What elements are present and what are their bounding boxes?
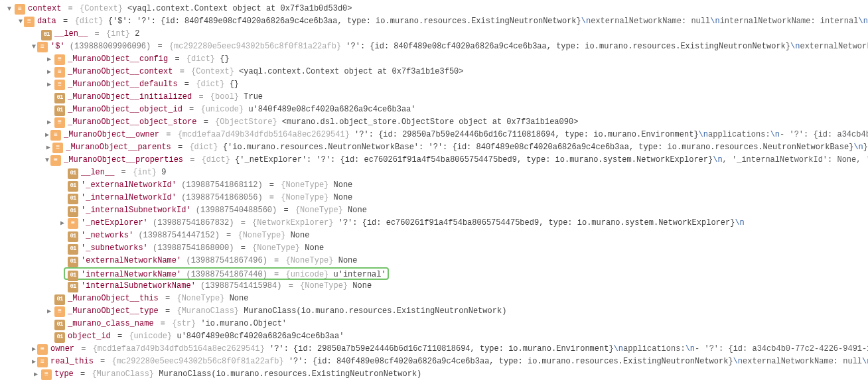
variable-value: None (328, 193, 352, 202)
tree-row[interactable]: ▶01'_internalSubnetworkId' (139887540488… (3, 204, 868, 217)
variable-name: _MuranoObject__parents (66, 143, 171, 152)
escape-sequence: \n (733, 357, 743, 366)
variable-type: {dict} (186, 54, 215, 64)
chevron-right-icon[interactable]: ▶ (45, 66, 53, 78)
variable-name: _MuranoObject__object_id (68, 105, 182, 114)
tree-row[interactable]: ▼≡'$' (139888009906096) = {mc292280e5eec… (3, 40, 868, 53)
variable-address: (139887540488560) (191, 206, 277, 215)
tree-row[interactable]: ▶≡_MuranoObject__owner = {mcd1efaa7d49b3… (3, 129, 868, 141)
variable-address: (139887541447152) (133, 231, 220, 240)
object-icon: ≡ (54, 117, 65, 128)
equals: = (171, 143, 190, 152)
chevron-right-icon[interactable]: ▶ (58, 217, 66, 229)
escape-sequence: \n (581, 17, 591, 26)
variable-name: '_networks' (81, 231, 133, 240)
variable-name: data (37, 17, 56, 26)
chevron-right-icon[interactable]: ▶ (45, 141, 51, 154)
row-content: ≡real_this = {mc292280e5eec94302b56c8f0f… (36, 355, 868, 368)
row-content: ≡_MuranoObject__context = {Context} <yaq… (53, 66, 464, 78)
variable-value: '?': {id: 29850a7b59e24446b6d16c71108186… (350, 130, 699, 139)
tree-row[interactable]: ▶01'_externalNetworkId' (139887541868112… (3, 179, 868, 192)
chevron-down-icon[interactable]: ▼ (5, 3, 13, 15)
tree-row[interactable]: ▶01object_id = {unicode} u'840f489e08cf4… (3, 330, 868, 343)
chevron-right-icon[interactable]: ▶ (32, 368, 40, 381)
tree-row[interactable]: ▶01_murano_class_name = {str} 'io.murano… (3, 318, 868, 330)
variable-type: {MuranoClass} (177, 306, 239, 316)
variable-name: '$' (50, 42, 65, 51)
row-content: 01'externalNetworkName' (139887541867496… (66, 255, 358, 267)
variable-type: {NoneType} (300, 281, 348, 290)
tree-row[interactable]: ▶01__len__ = {int} 2 (3, 28, 868, 40)
variable-value: u'840f489e08cf4020a6826a9c4ce6b3aa' (172, 332, 344, 341)
object-icon: ≡ (54, 67, 65, 78)
row-content: ≡_MuranoObject__properties = {dict} {'_n… (49, 154, 868, 166)
tree-row[interactable]: ▼≡_MuranoObject__properties = {dict} {'_… (3, 154, 868, 166)
tree-row[interactable]: ▶01'_internalNetworkId' (139887541868056… (3, 192, 868, 204)
variable-name: '_internalNetworkId' (81, 193, 177, 202)
variable-value-cont: - '?': {id: a34cb4b0-77c2-4226-94 (780, 130, 868, 139)
row-content: ≡type = {MuranoClass} MuranoClass(io.mur… (40, 368, 421, 381)
tree-row[interactable]: ▶≡_MuranoObject__parents = {dict} {'io.m… (3, 141, 868, 154)
equals: = (281, 281, 300, 290)
variable-value: '?': {id: 29850a7b59e24446b6d16c71108186… (265, 344, 614, 353)
variable-name: _MuranoObject__object_store (68, 117, 196, 127)
tree-row[interactable]: ▶01_MuranoObject__this = {NoneType} None (3, 292, 868, 305)
variable-address: (139887541867496) (181, 256, 267, 265)
object-icon: ≡ (50, 130, 61, 141)
object-icon: ≡ (15, 4, 25, 15)
variable-type: {NoneType} (281, 180, 328, 190)
row-content: ≡_MuranoObject__parents = {dict} {'io.mu… (51, 141, 868, 154)
variable-type: {NoneType} (285, 256, 333, 265)
variable-value: None (224, 294, 248, 303)
tree-row[interactable]: ▶≡_MuranoObject__type = {MuranoClass} Mu… (3, 305, 868, 318)
tree-row[interactable]: ▼≡data = {dict} {'$': '?': {id: 840f489e… (3, 15, 868, 28)
variable-address: (139887541867440) (181, 270, 267, 279)
chevron-right-icon[interactable]: ▶ (45, 116, 53, 129)
row-content: ≡_MuranoObject__defaults = {dict} {} (53, 78, 239, 91)
row-content: 01'internalSubnetworkName' (139887541415… (66, 280, 372, 292)
tree-row[interactable]: ▶01'_subnetworks' (139887541868000) = {N… (3, 242, 868, 255)
variable-type: {unicode} (129, 332, 172, 341)
primitive-icon: 01 (54, 105, 65, 116)
tree-row[interactable]: ▼≡context = {Context} <yaql.context.Cont… (3, 3, 868, 15)
tree-row[interactable]: ▶01'internalNetworkName' (13988754186744… (3, 267, 868, 280)
object-icon: ≡ (54, 54, 65, 65)
tree-row[interactable]: ▶≡_MuranoObject__context = {Context} <ya… (3, 66, 868, 78)
tree-row[interactable]: ▶01_MuranoObject__initialized = {bool} T… (3, 91, 868, 103)
variable-name: _MuranoObject__type (68, 306, 159, 316)
tree-row[interactable]: ▶01'_networks' (139887541447152) = {None… (3, 229, 868, 242)
tree-row[interactable]: ▶01'internalSubnetworkName' (13988754141… (3, 280, 868, 292)
chevron-right-icon[interactable]: ▶ (45, 53, 53, 66)
object-icon: ≡ (24, 17, 35, 27)
tree-row[interactable]: ▶01_MuranoObject__object_id = {unicode} … (3, 103, 868, 116)
row-content: 01'_externalNetworkId' (139887541868112)… (66, 179, 352, 192)
tree-row[interactable]: ▶≡_MuranoObject__config = {dict} {} (3, 53, 868, 66)
row-content: 01__len__ = {int} 9 (66, 166, 166, 179)
variable-value: 'io.murano.Object' (196, 319, 287, 328)
tree-row[interactable]: ▶01'externalNetworkName' (13988754186749… (3, 255, 868, 267)
primitive-icon: 01 (68, 168, 78, 179)
row-content: 01'_internalSubnetworkId' (1398875404885… (66, 204, 367, 217)
variable-name: _MuranoObject__initialized (68, 92, 192, 101)
tree-row[interactable]: ▶≡_MuranoObject__object_store = {ObjectS… (3, 116, 868, 129)
primitive-icon: 01 (54, 294, 65, 305)
tree-row[interactable]: ▶≡type = {MuranoClass} MuranoClass(io.mu… (3, 368, 868, 381)
variable-value: None (348, 281, 372, 290)
tree-row[interactable]: ▶≡real_this = {mc292280e5eec94302b56c8f0… (3, 355, 868, 368)
variable-value-cont: externalNetworkName: null (800, 42, 868, 51)
chevron-right-icon[interactable]: ▶ (45, 78, 53, 91)
row-content: ≡_MuranoObject__object_store = {ObjectSt… (53, 116, 578, 129)
variable-value: None (328, 180, 352, 190)
tree-row[interactable]: ▶01__len__ = {int} 9 (3, 166, 868, 179)
tree-row[interactable]: ▶≡owner = {mcd1efaa7d49b34dfdb5164a8ec26… (3, 343, 868, 355)
object-icon: ≡ (37, 344, 48, 355)
variable-value: {'io.murano.resources.NeutronNetworkBase… (218, 143, 854, 152)
tree-row[interactable]: ▶≡_MuranoObject__defaults = {dict} {} (3, 78, 868, 91)
equals: = (74, 369, 92, 379)
equals: = (61, 4, 80, 13)
variable-value: None (300, 243, 324, 253)
tree-row[interactable]: ▶≡'_netExplorer' (139887541867832) = {Ne… (3, 217, 868, 229)
chevron-right-icon[interactable]: ▶ (45, 305, 53, 318)
primitive-icon: 01 (68, 231, 78, 242)
equals: = (159, 130, 178, 139)
